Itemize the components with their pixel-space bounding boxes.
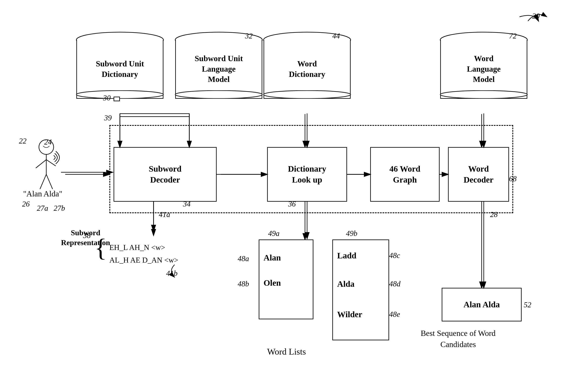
item-alan: Alan	[264, 253, 281, 263]
ref-28: 28	[490, 210, 498, 219]
ref-49b: 49b	[346, 229, 357, 238]
utterance-label: "Alan Alda"	[23, 189, 62, 198]
ref-24: 24	[44, 138, 52, 146]
svg-point-20	[264, 90, 351, 99]
ref-26: 26	[22, 199, 30, 208]
subword-decoder-label: SubwordDecoder	[149, 163, 182, 185]
ref-48d: 48d	[389, 279, 400, 288]
subword-decoder-box: SubwordDecoder	[114, 147, 217, 202]
ref-36: 36	[288, 199, 296, 208]
item-wilder: Wilder	[337, 310, 362, 319]
dict-lookup-box: DictionaryLook up	[267, 147, 347, 202]
word-list-49b: Ladd Alda Wilder	[332, 239, 389, 340]
word-dictionary-label: WordDictionary	[289, 59, 325, 79]
ref-48e: 48e	[389, 310, 400, 319]
word-graph-label: 46 WordGraph	[389, 163, 420, 185]
svg-line-25	[36, 160, 46, 168]
ref-48c: 48c	[389, 251, 400, 260]
item-ladd: Ladd	[337, 251, 356, 261]
ref-52: 52	[524, 300, 531, 309]
word-lm-label: WordLanguageModel	[467, 53, 501, 84]
ref-41a: 41a	[159, 210, 170, 219]
word-lists-label: Word Lists	[267, 347, 306, 357]
svg-text:EH_L AH_N <w>: EH_L AH_N <w>	[109, 243, 165, 252]
svg-point-22	[440, 90, 527, 99]
word-decoder-label: WordDecoder	[464, 163, 493, 185]
result-label: Alan Alda	[464, 299, 500, 310]
dict-lookup-label: DictionaryLook up	[288, 163, 326, 185]
result-box: Alan Alda	[442, 288, 522, 321]
svg-point-16	[76, 90, 163, 99]
ref-48a: 48a	[238, 254, 249, 263]
item-olen: Olen	[264, 278, 281, 288]
ref-32: 32	[245, 32, 253, 40]
ref-39: 39	[104, 114, 112, 122]
word-decoder-box: WordDecoder	[448, 147, 509, 202]
word-graph-box: 46 WordGraph	[370, 147, 440, 202]
ref-68: 68	[509, 174, 517, 183]
subword-unit-lm-label: Subword UnitLanguageModel	[194, 53, 243, 84]
word-list-49a: Alan Olen	[259, 239, 313, 319]
item-alda: Alda	[337, 279, 354, 289]
subword-unit-dictionary-cylinder: Subword UnitDictionary	[76, 32, 164, 114]
ref-27a: 27a	[37, 204, 48, 213]
ref-44: 44	[332, 32, 340, 40]
ref-27b: 27b	[54, 204, 65, 213]
ref-22: 22	[19, 137, 27, 145]
svg-line-26	[46, 160, 56, 166]
best-sequence-label: Best Sequence of WordCandidates	[421, 328, 495, 350]
ref-72: 72	[509, 32, 517, 40]
word-dictionary-cylinder: WordDictionary	[263, 32, 351, 114]
ref-49a: 49a	[268, 229, 280, 238]
ref-34: 34	[183, 199, 191, 208]
subword-unit-lm-cylinder: Subword UnitLanguageModel	[175, 32, 263, 114]
svg-line-28	[46, 174, 52, 189]
word-lm-cylinder: WordLanguageModel	[440, 32, 528, 114]
svg-point-18	[175, 90, 262, 99]
subword-repr-label: SubwordRepresentation	[61, 228, 110, 248]
ref-30: 30	[103, 93, 111, 102]
svg-line-27	[40, 174, 46, 189]
ref-48b: 48b	[238, 279, 249, 288]
subword-unit-dictionary-label: Subword UnitDictionary	[96, 59, 144, 79]
